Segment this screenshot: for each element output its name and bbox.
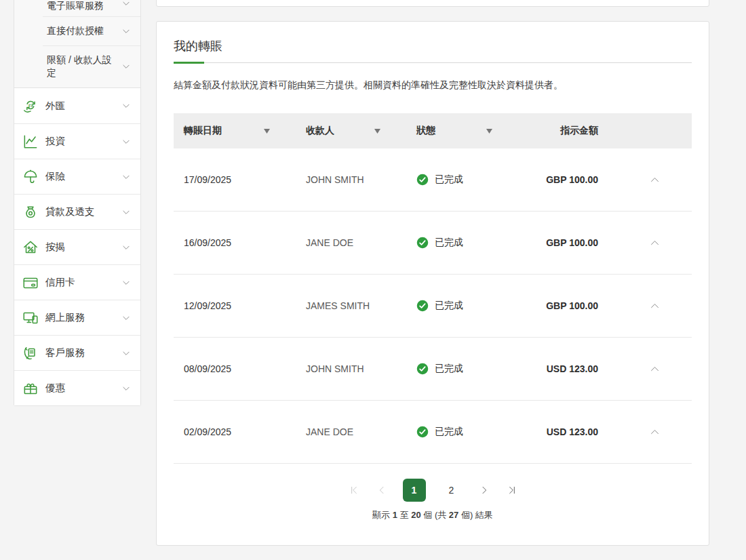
sidebar-item[interactable]: 客戶服務	[14, 335, 140, 370]
sidebar-item[interactable]: FX外匯	[14, 88, 140, 123]
collapse-row-button[interactable]	[646, 235, 663, 252]
payee-name: JAMES SMITH	[296, 300, 406, 311]
chevron-up-icon	[649, 178, 661, 188]
expand-cell	[617, 235, 692, 252]
chevron-up-icon	[649, 304, 661, 314]
svg-text:FX: FX	[28, 104, 34, 108]
first-page-icon	[349, 487, 359, 498]
collapse-row-button[interactable]	[646, 298, 663, 315]
column-header[interactable]: 收款人	[296, 125, 406, 137]
sidebar-item[interactable]: 信用卡	[14, 264, 140, 300]
summary-text-part: 27	[449, 510, 458, 520]
sidebar-subitem[interactable]: 直接付款授權	[14, 16, 140, 45]
chevron-up-icon	[649, 367, 661, 377]
sidebar-item-label: 網上服務	[45, 311, 121, 324]
page-number-button[interactable]: 2	[440, 479, 463, 502]
chevron-down-icon	[121, 243, 131, 252]
sidebar-subitem[interactable]: 電子賬單服務	[14, 0, 140, 16]
sidebar-item[interactable]: 貸款及透支	[14, 194, 140, 229]
status-label: 已完成	[435, 174, 463, 186]
sidebar-item-label: 按揭	[45, 241, 121, 254]
collapse-row-button[interactable]	[646, 361, 663, 378]
table-row: 17/09/2025JOHN SMITH已完成GBP 100.00	[174, 148, 692, 212]
prev-page-icon	[376, 487, 387, 498]
payee-name: JOHN SMITH	[296, 363, 406, 374]
payee-name: JANE DOE	[296, 237, 406, 248]
instructed-amount: USD 123.00	[518, 363, 617, 374]
my-transfers-card: 我的轉賬 結算金額及付款狀況資料可能由第三方提供。相關資料的準確性及完整性取決於…	[156, 21, 709, 546]
transfer-date: 02/09/2025	[174, 426, 296, 437]
sidebar-item-label: 外匯	[45, 100, 121, 113]
pagination: 12	[174, 479, 692, 502]
last-page-button[interactable]	[505, 483, 519, 497]
chevron-down-icon	[121, 101, 131, 111]
prev-page-button[interactable]	[375, 483, 389, 497]
table-row: 08/09/2025JOHN SMITH已完成USD 123.00	[174, 338, 692, 401]
insurance-icon	[22, 168, 39, 186]
sidebar-items: FX外匯投資保險貸款及透支按揭信用卡網上服務客戶服務優惠	[14, 88, 140, 405]
collapse-row-button[interactable]	[646, 424, 663, 441]
filter-dropdown-icon[interactable]	[486, 129, 492, 134]
next-page-button[interactable]	[477, 483, 491, 497]
page-number-button[interactable]: 1	[403, 479, 426, 502]
instructed-amount: GBP 100.00	[518, 174, 617, 185]
sidebar-item[interactable]: 網上服務	[14, 300, 140, 335]
status-complete-icon	[416, 363, 429, 375]
status-label: 已完成	[435, 237, 463, 249]
status-complete-icon	[416, 426, 429, 438]
table-header-row: 轉賬日期收款人狀態指示金額	[174, 113, 692, 148]
column-header[interactable]: 轉賬日期	[174, 125, 296, 137]
sidebar-item-label: 客戶服務	[45, 346, 121, 359]
payee-name: JOHN SMITH	[296, 174, 406, 185]
column-header-label: 收款人	[306, 125, 334, 137]
sidebar-menu: 電子賬單服務直接付款授權限額 / 收款人設定 FX外匯投資保險貸款及透支按揭信用…	[14, 0, 141, 406]
summary-text-part: 顯示	[372, 510, 393, 520]
top-partial-card	[156, 0, 709, 7]
sidebar-item-label: 投資	[45, 135, 121, 148]
instructed-amount: GBP 100.00	[518, 237, 617, 248]
sidebar-subitem[interactable]: 限額 / 收款人設定	[14, 45, 140, 87]
results-summary: 顯示 1 至 20 個 (共 27 個) 結果	[174, 509, 692, 521]
summary-text-part: 個) 結果	[458, 510, 493, 520]
loan-icon	[22, 203, 39, 221]
transfer-date: 16/09/2025	[174, 237, 296, 248]
column-header-label: 狀態	[416, 125, 435, 137]
sidebar-item[interactable]: 按揭	[14, 229, 140, 264]
sidebar-submenu: 電子賬單服務直接付款授權限額 / 收款人設定	[14, 0, 140, 88]
next-page-icon	[479, 487, 490, 498]
offers-icon	[22, 380, 39, 397]
status-label: 已完成	[435, 363, 463, 375]
column-header: 指示金額	[518, 125, 617, 137]
disclaimer-text: 結算金額及付款狀況資料可能由第三方提供。相關資料的準確性及完整性取決於資料提供者…	[174, 79, 692, 92]
sidebar-item[interactable]: 投資	[14, 123, 140, 159]
chevron-down-icon	[121, 278, 131, 287]
chevron-up-icon	[649, 241, 661, 251]
sidebar-subitem-label: 電子賬單服務	[47, 0, 104, 12]
first-page-button[interactable]	[347, 483, 361, 497]
status-cell: 已完成	[406, 237, 518, 249]
sidebar-item-label: 貸款及透支	[45, 205, 121, 218]
sidebar-item[interactable]: 保險	[14, 159, 140, 194]
chevron-down-icon	[121, 137, 131, 146]
chevron-down-icon	[121, 348, 131, 358]
title-divider	[174, 62, 692, 64]
column-header[interactable]: 狀態	[406, 125, 518, 137]
summary-text-part: 個 (共	[421, 510, 449, 520]
transfer-date: 17/09/2025	[174, 174, 296, 185]
sidebar-item-label: 保險	[45, 170, 121, 183]
column-header-label: 指示金額	[560, 125, 598, 137]
sidebar-subitem-label: 限額 / 收款人設定	[47, 54, 117, 79]
chevron-up-icon	[649, 430, 661, 440]
chevron-down-icon	[121, 313, 131, 323]
filter-dropdown-icon[interactable]	[374, 129, 380, 134]
expand-cell	[617, 172, 692, 188]
summary-text-part: 至	[397, 510, 411, 520]
credit-card-icon	[22, 274, 39, 292]
sidebar-subitem-label: 直接付款授權	[47, 24, 104, 37]
expand-cell	[617, 298, 692, 315]
collapse-row-button[interactable]	[646, 172, 663, 188]
filter-dropdown-icon[interactable]	[264, 129, 270, 134]
sidebar-item[interactable]: 優惠	[14, 370, 140, 405]
chevron-down-icon	[121, 0, 131, 8]
fx-icon: FX	[22, 97, 39, 115]
